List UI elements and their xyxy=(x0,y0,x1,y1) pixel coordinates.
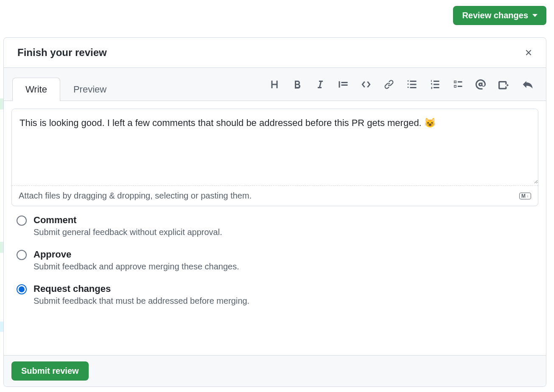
option-request-changes[interactable]: Request changes Submit feedback that mus… xyxy=(17,283,534,306)
review-changes-button[interactable]: Review changes xyxy=(453,6,546,25)
option-request-title: Request changes xyxy=(34,283,249,294)
cross-reference-button[interactable] xyxy=(498,78,510,91)
link-button[interactable] xyxy=(383,78,395,91)
mention-button[interactable] xyxy=(475,78,487,91)
cross-reference-icon xyxy=(498,79,509,90)
tab-write[interactable]: Write xyxy=(12,78,60,101)
task-list-icon xyxy=(453,79,463,90)
background-diff-hint xyxy=(0,98,3,109)
attach-hint: Attach files by dragging & dropping, sel… xyxy=(19,191,252,201)
heading-button[interactable] xyxy=(269,78,280,91)
option-request-desc: Submit feedback that must be addressed b… xyxy=(34,296,249,306)
comment-field-wrap: Attach files by dragging & dropping, sel… xyxy=(11,109,538,206)
ordered-list-button[interactable] xyxy=(429,78,441,91)
caret-down-icon xyxy=(532,14,537,17)
code-button[interactable] xyxy=(360,78,372,91)
close-button[interactable] xyxy=(522,46,535,59)
option-comment[interactable]: Comment Submit general feedback without … xyxy=(17,215,534,237)
markdown-icon[interactable]: M↓ xyxy=(519,193,531,199)
panel-title: Finish your review xyxy=(17,47,107,59)
unordered-list-icon xyxy=(407,79,417,90)
editor-tabbar: Write Preview xyxy=(4,68,546,101)
radio-comment[interactable] xyxy=(17,216,27,226)
background-diff-hint xyxy=(0,242,3,253)
tab-preview[interactable]: Preview xyxy=(60,78,120,101)
code-icon xyxy=(361,79,371,90)
option-approve-desc: Submit feedback and approve merging thes… xyxy=(34,262,239,272)
review-panel: Finish your review Write Preview xyxy=(3,37,546,387)
review-changes-label: Review changes xyxy=(462,11,528,20)
panel-footer: Submit review xyxy=(4,355,546,386)
heading-icon xyxy=(269,79,280,90)
task-list-button[interactable] xyxy=(452,78,464,91)
option-comment-title: Comment xyxy=(34,215,222,226)
quote-button[interactable] xyxy=(337,78,349,91)
radio-request-changes[interactable] xyxy=(17,284,27,294)
reply-icon xyxy=(522,79,533,90)
panel-header: Finish your review xyxy=(4,38,546,68)
bold-button[interactable] xyxy=(291,78,303,91)
quote-icon xyxy=(338,79,348,90)
option-approve[interactable]: Approve Submit feedback and approve merg… xyxy=(17,249,534,272)
markdown-toolbar xyxy=(269,78,534,91)
close-icon xyxy=(524,48,533,57)
review-options: Comment Submit general feedback without … xyxy=(4,206,546,322)
ordered-list-icon xyxy=(430,79,440,90)
reply-button[interactable] xyxy=(521,78,534,91)
bold-icon xyxy=(292,79,302,90)
submit-review-button[interactable]: Submit review xyxy=(11,361,89,381)
option-approve-title: Approve xyxy=(34,249,239,260)
option-comment-desc: Submit general feedback without explicit… xyxy=(34,227,222,237)
italic-icon xyxy=(315,79,325,90)
background-diff-hint xyxy=(0,322,3,332)
radio-approve[interactable] xyxy=(17,250,27,260)
mention-icon xyxy=(476,79,486,90)
italic-button[interactable] xyxy=(314,78,326,91)
comment-textarea[interactable] xyxy=(12,109,538,184)
attach-row[interactable]: Attach files by dragging & dropping, sel… xyxy=(12,185,538,206)
link-icon xyxy=(384,79,394,90)
unordered-list-button[interactable] xyxy=(406,78,418,91)
editor-area: Attach files by dragging & dropping, sel… xyxy=(4,101,546,206)
